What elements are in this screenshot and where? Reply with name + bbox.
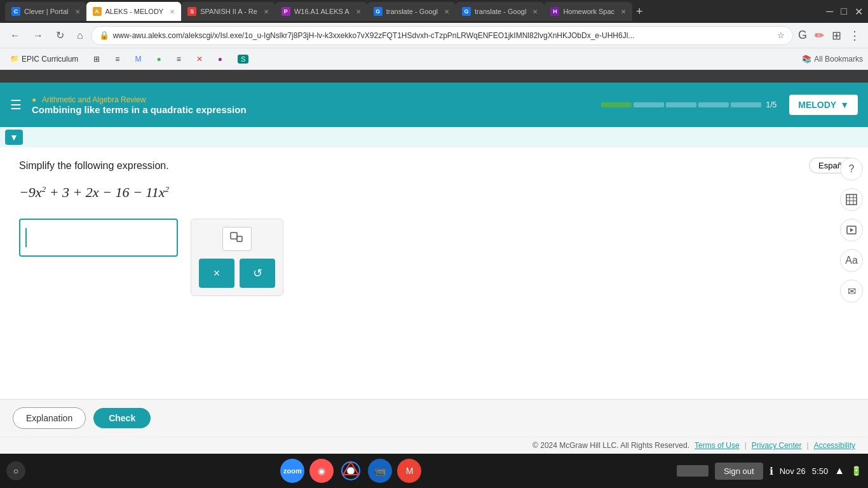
tab-homework-close[interactable]: ✕ xyxy=(621,8,626,15)
tab-translate1-label: translate - Googl xyxy=(386,8,438,15)
answer-area: × ↺ xyxy=(19,219,849,296)
tab-translate2-close[interactable]: ✕ xyxy=(532,8,538,15)
tab-bar: C Clever | Portal ✕ A ALEKS - MELODY ✕ S… xyxy=(0,0,868,23)
close-window-icon[interactable]: ✕ xyxy=(855,6,863,18)
tab-translate2-label: translate - Googl xyxy=(475,8,526,15)
table-button[interactable] xyxy=(840,188,863,211)
clear-button[interactable]: × xyxy=(199,259,234,288)
toolbar-symbols xyxy=(222,227,252,251)
tab-translate1[interactable]: G translate - Googl ✕ xyxy=(367,2,456,21)
aleks-main: Español Simplify the following expressio… xyxy=(0,147,868,399)
tab-aleks[interactable]: A ALEKS - MELODY ✕ xyxy=(86,2,182,21)
svg-marker-8 xyxy=(850,228,853,232)
bookmark-purple[interactable]: ● xyxy=(213,52,227,66)
battery-indicator xyxy=(677,465,709,477)
accessibility-link[interactable]: Accessibility xyxy=(814,441,855,450)
status-dot: ● xyxy=(32,95,36,104)
fraction-symbol-button[interactable] xyxy=(222,227,252,251)
tab-homework[interactable]: H Homework Spac ✕ xyxy=(544,2,632,21)
user-name-label: MELODY xyxy=(798,100,836,110)
bookmark-s[interactable]: S xyxy=(233,52,254,66)
bookmark-epic[interactable]: 📁 EPIC Curriculum xyxy=(5,52,83,66)
taskbar-apps: zoom ◉ 📹 M xyxy=(31,459,672,483)
explanation-button[interactable]: Explanation xyxy=(13,407,86,429)
bookmark-m[interactable]: M xyxy=(130,52,146,66)
progress-segment-3 xyxy=(666,102,696,107)
taskbar-chrome[interactable] xyxy=(339,459,363,483)
undo-button[interactable]: ↺ xyxy=(240,259,275,288)
address-bar[interactable]: 🔒 www-awu.aleks.com/alekscgi/x/Isl.exe/1… xyxy=(91,26,793,45)
progress-bar xyxy=(601,102,761,107)
taskbar-gmail[interactable]: M xyxy=(397,459,421,483)
collapse-button[interactable]: ▼ xyxy=(5,130,23,145)
toolbar-actions: × ↺ xyxy=(199,259,275,288)
taskbar: ○ zoom ◉ 📹 M Sign out ℹ Nov 26 5:50 ▲ xyxy=(0,454,868,488)
bookmark-red-x[interactable]: ✕ xyxy=(191,52,208,66)
progress-section: 1/5 xyxy=(601,100,777,109)
bookmark-epic-label: EPIC Curriculum xyxy=(22,55,78,64)
bookmark-grid[interactable]: ⊞ xyxy=(88,52,105,66)
header-subtitle: ● Arithmetic and Algebra Review xyxy=(32,95,601,104)
taskbar-meet[interactable]: 📹 xyxy=(368,459,392,483)
taskbar-time: 5:50 xyxy=(812,466,828,476)
tab-w16-close[interactable]: ✕ xyxy=(356,8,361,15)
header-main-title: Combining like terms in a quadratic expr… xyxy=(32,104,601,115)
taskbar-start-button[interactable]: ○ xyxy=(6,461,25,480)
aleks-app: ☰ ● Arithmetic and Algebra Review Combin… xyxy=(0,83,868,454)
taskbar-date: Nov 26 xyxy=(780,466,806,476)
restore-icon[interactable]: □ xyxy=(841,6,847,18)
tab-translate1-close[interactable]: ✕ xyxy=(444,8,449,15)
tab-w16[interactable]: P W16.A1 ALEKS A ✕ xyxy=(275,2,367,21)
tab-spanish-close[interactable]: ✕ xyxy=(264,8,269,15)
chevron-down-icon: ▼ xyxy=(840,100,849,110)
taskbar-zoom[interactable]: zoom xyxy=(280,459,304,483)
collapse-section: ▼ xyxy=(0,127,868,147)
new-tab-button[interactable]: + xyxy=(632,5,647,18)
separator-1: | xyxy=(745,441,747,450)
help-button[interactable]: ? xyxy=(840,158,863,180)
tab-homework-label: Homework Spac xyxy=(563,8,614,15)
forward-button[interactable]: → xyxy=(28,27,48,44)
check-button[interactable]: Check xyxy=(93,408,151,428)
header-subtitle-text: Arithmetic and Algebra Review xyxy=(42,95,146,104)
all-bookmarks-label[interactable]: All Bookmarks xyxy=(814,55,863,64)
sign-out-button[interactable]: Sign out xyxy=(715,463,763,480)
svg-rect-1 xyxy=(237,236,242,241)
mail-button[interactable]: ✉ xyxy=(840,280,863,302)
bookmark-green[interactable]: ● xyxy=(151,52,166,66)
svg-point-10 xyxy=(347,467,355,475)
tab-w16-label: W16.A1 ALEKS A xyxy=(294,8,349,15)
progress-label: 1/5 xyxy=(766,100,777,109)
user-menu-button[interactable]: MELODY ▼ xyxy=(789,95,858,115)
font-button[interactable]: Aa xyxy=(840,249,863,272)
tab-translate2[interactable]: G translate - Googl ✕ xyxy=(456,2,544,21)
minimize-icon[interactable]: ─ xyxy=(826,6,833,18)
bookmark-list[interactable]: ≡ xyxy=(172,52,186,66)
info-icon[interactable]: ℹ xyxy=(770,465,773,477)
separator-2: | xyxy=(807,441,809,450)
tab-aleks-close[interactable]: ✕ xyxy=(170,8,175,15)
progress-segment-2 xyxy=(634,102,664,107)
text-cursor xyxy=(25,228,27,247)
home-button[interactable]: ⌂ xyxy=(72,27,88,44)
privacy-center-link[interactable]: Privacy Center xyxy=(752,441,802,450)
reload-button[interactable]: ↻ xyxy=(51,27,69,44)
tab-spanish[interactable]: S SPANISH II A - Re ✕ xyxy=(181,2,275,21)
nav-bar: ← → ↻ ⌂ 🔒 www-awu.aleks.com/alekscgi/x/I… xyxy=(0,23,868,48)
svg-rect-0 xyxy=(231,233,237,239)
url-text: www-awu.aleks.com/alekscgi/x/Isl.exe/1o_… xyxy=(113,31,773,40)
menu-icon[interactable]: ☰ xyxy=(10,97,22,112)
math-toolbar: × ↺ xyxy=(191,219,283,296)
back-button[interactable]: ← xyxy=(5,27,25,44)
bookmarks-bar: 📁 EPIC Curriculum ⊞ ≡ M ● ≡ ✕ ● S 📚 All … xyxy=(0,48,868,70)
taskbar-right: Sign out ℹ Nov 26 5:50 ▲ 🔋 xyxy=(677,463,862,480)
taskbar-red-app[interactable]: ◉ xyxy=(309,459,334,483)
tab-aleks-label: ALEKS - MELODY xyxy=(105,8,164,15)
bookmark-doc[interactable]: ≡ xyxy=(110,52,125,66)
answer-input-box[interactable] xyxy=(19,219,178,257)
tab-clever[interactable]: C Clever | Portal ✕ xyxy=(5,2,86,21)
video-button[interactable] xyxy=(840,219,863,241)
tab-clever-close[interactable]: ✕ xyxy=(75,8,80,15)
terms-of-use-link[interactable]: Terms of Use xyxy=(695,441,740,450)
header-title-section: ● Arithmetic and Algebra Review Combinin… xyxy=(32,95,601,115)
